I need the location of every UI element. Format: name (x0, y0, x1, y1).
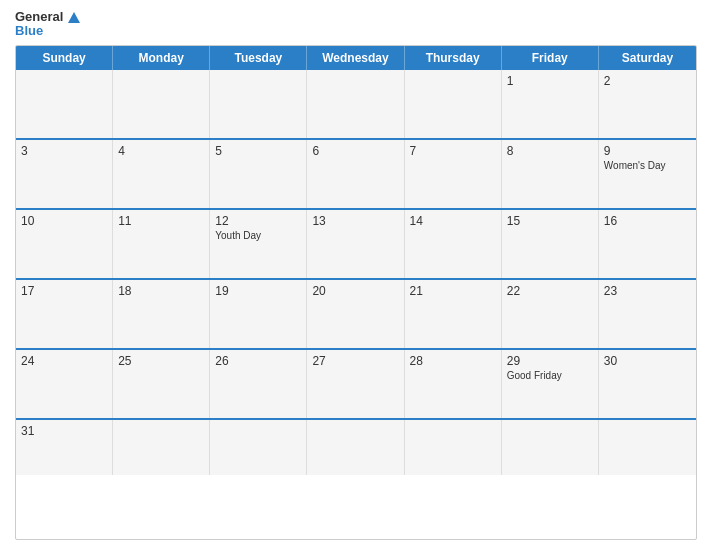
weekday-header-friday: Friday (502, 46, 599, 70)
calendar-cell (16, 70, 113, 138)
day-number: 18 (118, 284, 204, 298)
day-number: 24 (21, 354, 107, 368)
day-number: 30 (604, 354, 691, 368)
calendar-cell: 2 (599, 70, 696, 138)
day-number: 23 (604, 284, 691, 298)
calendar-cell (210, 420, 307, 475)
weekday-header-tuesday: Tuesday (210, 46, 307, 70)
logo-general-text: General (15, 10, 63, 24)
day-number: 17 (21, 284, 107, 298)
weekday-header-monday: Monday (113, 46, 210, 70)
calendar-cell: 31 (16, 420, 113, 475)
weekday-header-wednesday: Wednesday (307, 46, 404, 70)
calendar-cell: 28 (405, 350, 502, 418)
day-number: 14 (410, 214, 496, 228)
calendar-cell: 16 (599, 210, 696, 278)
calendar: SundayMondayTuesdayWednesdayThursdayFrid… (15, 45, 697, 540)
calendar-week-1: 12 (16, 70, 696, 138)
day-number: 2 (604, 74, 691, 88)
day-number: 29 (507, 354, 593, 368)
calendar-cell (307, 420, 404, 475)
day-number: 7 (410, 144, 496, 158)
day-number: 27 (312, 354, 398, 368)
day-number: 28 (410, 354, 496, 368)
logo-triangle-icon (68, 12, 80, 23)
calendar-cell (307, 70, 404, 138)
calendar-cell: 21 (405, 280, 502, 348)
day-number: 22 (507, 284, 593, 298)
calendar-cell: 15 (502, 210, 599, 278)
calendar-cell: 7 (405, 140, 502, 208)
logo-blue-text: Blue (15, 24, 43, 38)
calendar-cell: 12Youth Day (210, 210, 307, 278)
day-number: 6 (312, 144, 398, 158)
day-number: 19 (215, 284, 301, 298)
calendar-header: SundayMondayTuesdayWednesdayThursdayFrid… (16, 46, 696, 70)
calendar-cell: 8 (502, 140, 599, 208)
day-number: 20 (312, 284, 398, 298)
calendar-week-5: 242526272829Good Friday30 (16, 348, 696, 418)
calendar-cell (113, 70, 210, 138)
day-number: 13 (312, 214, 398, 228)
calendar-cell: 26 (210, 350, 307, 418)
calendar-cell (405, 70, 502, 138)
day-number: 31 (21, 424, 107, 438)
day-number: 12 (215, 214, 301, 228)
weekday-header-sunday: Sunday (16, 46, 113, 70)
calendar-cell: 23 (599, 280, 696, 348)
calendar-cell: 5 (210, 140, 307, 208)
day-number: 10 (21, 214, 107, 228)
calendar-cell: 3 (16, 140, 113, 208)
calendar-cell: 14 (405, 210, 502, 278)
day-number: 4 (118, 144, 204, 158)
calendar-cell: 20 (307, 280, 404, 348)
day-number: 11 (118, 214, 204, 228)
calendar-week-6: 31 (16, 418, 696, 475)
calendar-cell: 1 (502, 70, 599, 138)
calendar-cell: 25 (113, 350, 210, 418)
calendar-week-4: 17181920212223 (16, 278, 696, 348)
header: General Blue (15, 10, 697, 39)
day-number: 9 (604, 144, 691, 158)
day-number: 21 (410, 284, 496, 298)
logo: General Blue (15, 10, 80, 39)
calendar-cell: 24 (16, 350, 113, 418)
calendar-week-3: 101112Youth Day13141516 (16, 208, 696, 278)
calendar-cell: 10 (16, 210, 113, 278)
calendar-cell (405, 420, 502, 475)
holiday-label: Good Friday (507, 370, 593, 381)
day-number: 15 (507, 214, 593, 228)
holiday-label: Youth Day (215, 230, 301, 241)
day-number: 1 (507, 74, 593, 88)
day-number: 5 (215, 144, 301, 158)
day-number: 26 (215, 354, 301, 368)
day-number: 8 (507, 144, 593, 158)
weekday-header-thursday: Thursday (405, 46, 502, 70)
calendar-cell (113, 420, 210, 475)
calendar-cell: 30 (599, 350, 696, 418)
calendar-cell: 17 (16, 280, 113, 348)
day-number: 16 (604, 214, 691, 228)
calendar-cell: 29Good Friday (502, 350, 599, 418)
weekday-header-saturday: Saturday (599, 46, 696, 70)
calendar-body: 123456789Women's Day101112Youth Day13141… (16, 70, 696, 475)
day-number: 3 (21, 144, 107, 158)
calendar-cell (599, 420, 696, 475)
calendar-cell: 19 (210, 280, 307, 348)
calendar-cell: 4 (113, 140, 210, 208)
day-number: 25 (118, 354, 204, 368)
calendar-cell: 27 (307, 350, 404, 418)
calendar-cell: 18 (113, 280, 210, 348)
calendar-cell (502, 420, 599, 475)
calendar-week-2: 3456789Women's Day (16, 138, 696, 208)
calendar-cell: 6 (307, 140, 404, 208)
holiday-label: Women's Day (604, 160, 691, 171)
calendar-cell (210, 70, 307, 138)
calendar-cell: 9Women's Day (599, 140, 696, 208)
calendar-cell: 11 (113, 210, 210, 278)
calendar-cell: 22 (502, 280, 599, 348)
calendar-cell: 13 (307, 210, 404, 278)
